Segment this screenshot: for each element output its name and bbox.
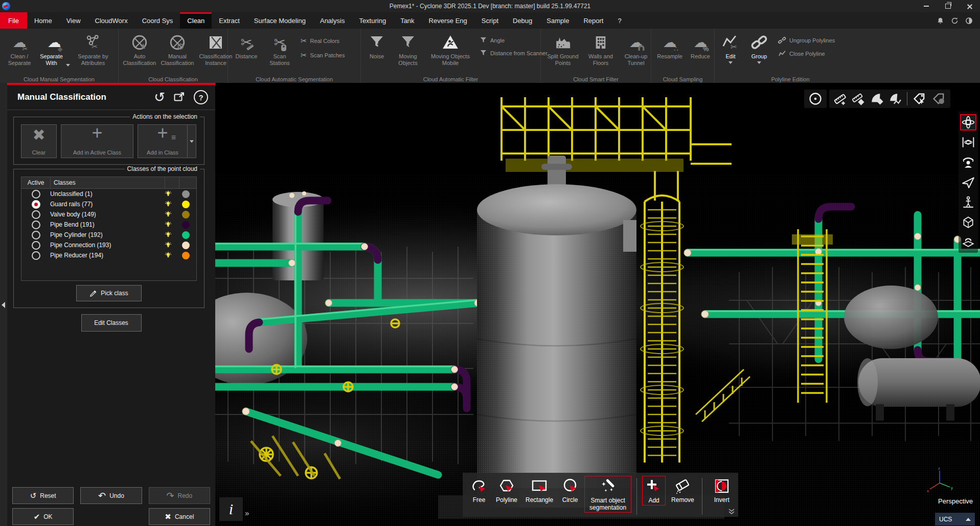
manual-classification-button[interactable]: ⚙ Manual Classification — [158, 31, 196, 67]
distance-button[interactable]: ✂ Distance — [230, 31, 263, 60]
noise-button[interactable]: Noise — [363, 31, 391, 60]
walls-and-floors-button[interactable]: Walls and Floors — [583, 31, 619, 67]
info-button[interactable]: i — [219, 497, 243, 521]
bulb-icon[interactable] — [165, 211, 179, 218]
resample-button[interactable]: ☁∴ Resample — [653, 31, 686, 60]
bulb-icon[interactable] — [165, 190, 179, 198]
class-color-swatch[interactable] — [182, 211, 190, 218]
notifications-bell-icon[interactable] — [937, 17, 944, 25]
class-color-swatch[interactable] — [182, 252, 190, 259]
class-row-unclassified[interactable]: Unclassified (1) — [21, 189, 196, 199]
pick-class-button[interactable]: Pick class — [76, 285, 142, 301]
add-in-class-dropdown[interactable] — [188, 124, 196, 158]
scan-patches-button[interactable]: ✂ Scan Patches — [301, 51, 345, 60]
menu-view[interactable]: View — [59, 12, 88, 29]
undo-button[interactable]: ↶ Undo — [80, 487, 142, 504]
menu-report[interactable]: Report — [576, 12, 610, 29]
clear-selection-button[interactable]: ✖ Clear — [21, 124, 57, 158]
rectangle-selection-tool[interactable]: Rectangle — [523, 476, 556, 505]
close-button[interactable] — [959, 0, 980, 12]
menu-sample[interactable]: Sample — [539, 12, 576, 29]
turntable-tool[interactable] — [960, 234, 976, 250]
class-row-valve-body[interactable]: Valve body (149) — [21, 209, 196, 220]
edit-classes-button[interactable]: Edit Classes — [81, 314, 142, 332]
redo-button[interactable]: ↷ Redo — [149, 487, 210, 504]
active-radio[interactable] — [32, 210, 40, 219]
collapse-panel-icon[interactable] — [2, 302, 5, 308]
collapse-toolbar-chevron[interactable] — [728, 509, 735, 515]
edit-polyline-button[interactable]: ✂ Edit — [717, 31, 744, 64]
menu-cloudworx[interactable]: CloudWorx — [88, 12, 135, 29]
menu-extract[interactable]: Extract — [212, 12, 246, 29]
help-icon[interactable]: ? — [194, 90, 208, 104]
add-in-active-class-button[interactable]: + Add in Active Class — [61, 124, 133, 158]
active-radio[interactable] — [32, 200, 40, 209]
class-color-swatch[interactable] — [182, 231, 190, 239]
angle-cube-icon[interactable] — [870, 92, 883, 105]
circle-selection-tool[interactable]: Circle — [559, 476, 581, 505]
angle-polyline-icon[interactable] — [888, 92, 902, 105]
clean-separate-button[interactable]: ☁✂ Clean / Separate — [2, 31, 37, 67]
theme-icon[interactable] — [965, 17, 973, 25]
pivot-point-icon[interactable] — [808, 92, 823, 106]
fly-tool[interactable] — [960, 174, 976, 190]
menu-coord-sys[interactable]: Coord Sys — [135, 12, 180, 29]
reset-button[interactable]: ↺ Reset — [12, 487, 74, 504]
split-ground-points-button[interactable]: Split Ground Points — [543, 31, 583, 67]
bulb-icon[interactable] — [165, 252, 179, 259]
projection-label[interactable]: Perspective — [938, 497, 973, 505]
invert-selection-tool[interactable]: Invert — [711, 476, 733, 505]
ucs-button[interactable]: UCS — [935, 513, 975, 525]
clean-up-tunnel-button[interactable]: ☁ Clean-up Tunnel — [619, 31, 653, 67]
measure-cube-icon[interactable] — [852, 92, 865, 105]
distance-from-scanner-button[interactable]: Distance from Scanner — [480, 49, 548, 57]
constrained-orbit-tool[interactable] — [960, 134, 976, 150]
menu-clean[interactable]: Clean — [180, 12, 212, 29]
menu-analysis[interactable]: Analysis — [313, 12, 352, 29]
ok-button[interactable]: ✔ OK — [12, 508, 74, 525]
sync-icon[interactable] — [951, 17, 959, 25]
remove-from-selection-tool[interactable]: Remove — [669, 476, 697, 505]
class-color-swatch[interactable] — [182, 242, 190, 249]
scan-stations-button[interactable]: ✂ Scan Stations — [263, 31, 297, 67]
polyline-selection-tool[interactable]: Polyline — [493, 476, 520, 505]
bulb-icon[interactable] — [165, 201, 179, 208]
smart-object-segmentation-tool[interactable]: Smart object segmentation — [584, 476, 631, 513]
class-row-guard-rails[interactable]: Guard rails (77) — [21, 199, 196, 209]
active-radio[interactable] — [32, 241, 40, 250]
menu-home[interactable]: Home — [27, 12, 59, 29]
active-radio[interactable] — [32, 190, 40, 199]
view-cube-tool[interactable] — [960, 214, 976, 230]
separate-by-attributes-button[interactable]: ✂ Separate by Attributes — [72, 31, 115, 67]
menu-file[interactable]: File — [0, 12, 27, 29]
bulb-icon[interactable] — [165, 231, 179, 238]
angle-button[interactable]: Angle — [480, 36, 548, 44]
viewport-3d[interactable]: Free Polyline Rectangle Circle Smart obj… — [215, 83, 980, 526]
add-to-selection-tool[interactable]: Add — [642, 476, 666, 506]
group-polylines-button[interactable]: Group — [744, 31, 774, 64]
real-colors-button[interactable]: ✂ Real Colors — [301, 36, 345, 46]
popout-icon[interactable] — [173, 91, 186, 103]
active-radio[interactable] — [32, 221, 40, 229]
moving-objects-button[interactable]: Moving Objects — [391, 31, 425, 67]
add-in-class-button[interactable]: + ≡ Add in Class — [138, 124, 188, 158]
select-label-icon[interactable] — [913, 92, 927, 106]
class-color-swatch[interactable] — [182, 201, 190, 208]
active-radio[interactable] — [32, 231, 40, 239]
expand-info-chevron[interactable]: » — [245, 509, 249, 517]
examine-tool[interactable] — [960, 154, 976, 170]
menu-tank[interactable]: Tank — [393, 12, 421, 29]
menu-reverse-eng[interactable]: Reverse Eng — [422, 12, 474, 29]
restore-button[interactable] — [937, 0, 959, 12]
reduce-button[interactable]: ☁% Reduce — [686, 31, 715, 60]
close-polyline-button[interactable]: Close Polyline — [778, 50, 835, 58]
hide-label-icon[interactable] — [932, 92, 946, 106]
class-row-pipe-bend[interactable]: Pipe Bend (191) — [21, 220, 196, 230]
menu-surface-modeling[interactable]: Surface Modeling — [247, 12, 313, 29]
active-radio[interactable] — [32, 251, 40, 260]
free-selection-tool[interactable]: Free — [468, 476, 490, 505]
minimize-button[interactable] — [916, 0, 937, 12]
class-row-pipe-cylinder[interactable]: Pipe Cylinder (192) — [21, 230, 196, 240]
auto-classification-button[interactable]: ★ Auto Classification — [121, 31, 158, 67]
bulb-icon[interactable] — [165, 221, 179, 228]
